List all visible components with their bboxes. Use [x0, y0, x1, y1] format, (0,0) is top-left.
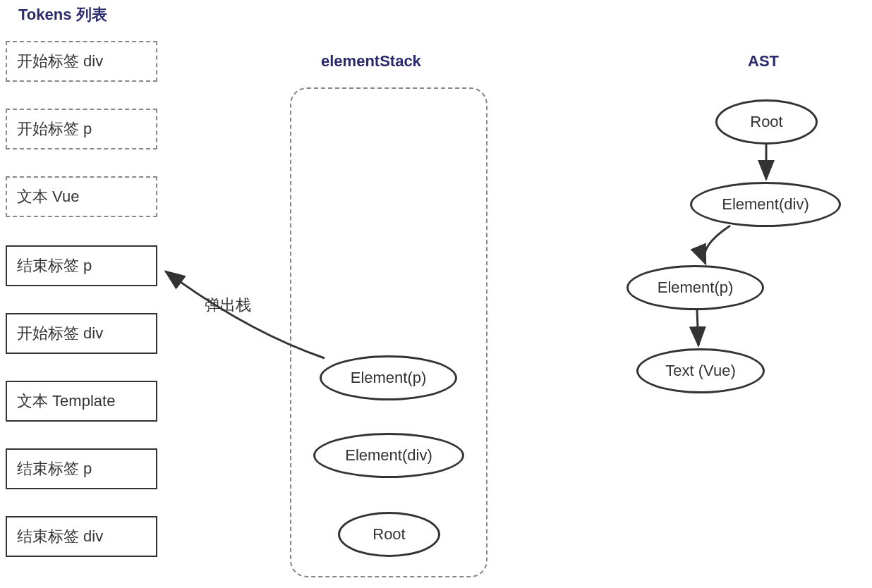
ast-node: Element(div) [690, 182, 841, 227]
token-item: 文本 Vue [6, 176, 157, 217]
ast-title: AST [748, 52, 779, 71]
token-item: 文本 Template [6, 381, 157, 422]
token-item: 结束标签 div [6, 516, 157, 557]
pop-stack-label: 弹出栈 [205, 295, 251, 316]
ast-node: Text (Vue) [636, 348, 765, 393]
token-item: 开始标签 div [6, 313, 157, 354]
ast-node: Element(p) [626, 265, 764, 310]
stack-item: Root [338, 512, 440, 557]
tokens-title: Tokens 列表 [18, 4, 107, 25]
token-item: 开始标签 div [6, 41, 157, 82]
token-item: 开始标签 p [6, 109, 157, 149]
token-item-current: 结束标签 p [6, 245, 157, 286]
token-item: 结束标签 p [6, 448, 157, 489]
ast-node-root: Root [715, 99, 818, 145]
svg-line-2 [697, 310, 698, 345]
stack-item: Element(p) [320, 355, 457, 400]
stack-title: elementStack [321, 52, 421, 71]
stack-container [290, 87, 488, 577]
stack-item: Element(div) [313, 433, 464, 478]
